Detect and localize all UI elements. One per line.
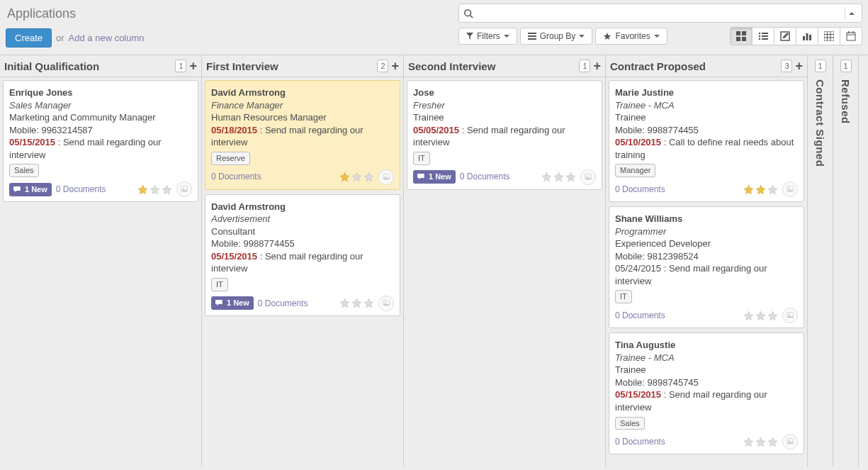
star-icon[interactable] [351, 298, 362, 308]
star-icon[interactable] [339, 298, 350, 308]
star-icon[interactable] [541, 172, 552, 182]
kanban-card[interactable]: Shane WilliamsProgrammerExperienced Deve… [609, 206, 804, 328]
card-activity: 05/15/2015 : Send mail regarding our int… [615, 388, 798, 413]
column-add[interactable]: + [795, 61, 803, 71]
column-header[interactable]: Second Interview1+ [404, 55, 605, 77]
column-header[interactable]: Contract Proposed3+ [606, 55, 807, 77]
kanban-card[interactable]: Marie JustineTrainee - MCATraineeMobile:… [609, 80, 804, 202]
card-mobile: Mobile: 9963214587 [9, 124, 192, 137]
create-button[interactable]: Create [6, 28, 52, 47]
star-icon[interactable] [767, 437, 778, 447]
star-icon[interactable] [351, 172, 362, 182]
new-badge[interactable]: 1 New [413, 170, 456, 184]
card-name: Jose [413, 86, 596, 99]
svg-point-11 [759, 35, 761, 38]
avatar-placeholder [176, 181, 192, 197]
documents-link[interactable]: 0 Documents [615, 310, 665, 321]
star-icon[interactable] [743, 437, 754, 447]
kanban-board: Initial Qualification1+Enrique JonesSale… [0, 55, 868, 466]
star-icon[interactable] [767, 310, 778, 321]
new-badge[interactable]: 1 New [211, 296, 254, 310]
documents-link[interactable]: 0 Documents [211, 171, 261, 182]
search-expand[interactable] [845, 7, 857, 20]
star-icon[interactable] [363, 172, 374, 182]
star-icon[interactable] [339, 172, 350, 182]
documents-link[interactable]: 0 Documents [615, 436, 665, 447]
svg-point-39 [789, 314, 790, 315]
pivot-view[interactable] [818, 28, 840, 45]
column-title: First Interview [206, 60, 377, 72]
kanban-card[interactable]: Enrique JonesSales ManagerMarketing and … [3, 80, 198, 202]
column-add[interactable]: + [189, 61, 197, 71]
card-tag: Sales [9, 164, 39, 177]
star-icon[interactable] [743, 184, 754, 195]
star-icon[interactable] [755, 184, 766, 195]
star-icon[interactable] [162, 184, 172, 195]
card-subtitle: Sales Manager [9, 99, 192, 112]
add-column-link[interactable]: Add a new column [69, 33, 145, 43]
column-title: Initial Qualification [4, 60, 175, 72]
card-date: 05/10/2015 [615, 137, 661, 147]
star-icon[interactable] [363, 298, 374, 308]
avatar-placeholder [782, 434, 798, 449]
card-mobile: Mobile: 9812398524 [615, 250, 798, 263]
filters-button[interactable]: Filters [458, 28, 517, 45]
kanban-card[interactable]: David ArmstrongAdvertisementConsultantMo… [205, 194, 400, 316]
card-name: David Armstrong [211, 86, 394, 99]
favorites-button[interactable]: Favorites [595, 28, 667, 45]
column-add[interactable]: + [593, 61, 601, 71]
chat-icon [417, 173, 426, 181]
kanban-card[interactable]: JoseFresherTrainee05/05/2015 : Send mail… [407, 80, 602, 190]
star-icon[interactable] [767, 184, 778, 195]
card-role: Experienced Developer [615, 237, 798, 250]
svg-rect-24 [847, 33, 855, 40]
star-icon[interactable] [743, 310, 754, 321]
svg-rect-16 [803, 36, 805, 40]
list-view[interactable] [753, 28, 774, 45]
documents-link[interactable]: 0 Documents [258, 298, 308, 309]
form-view[interactable] [774, 28, 796, 45]
search-box[interactable] [458, 4, 862, 23]
card-footer: 1 New0 Documents [413, 169, 596, 185]
calendar-view[interactable] [840, 28, 862, 45]
svg-point-35 [587, 175, 588, 177]
kanban-card[interactable]: Tina AugustieTrainee - MCATraineeMobile:… [609, 332, 804, 454]
column-count: 3 [781, 60, 792, 72]
documents-link[interactable]: 0 Documents [56, 184, 106, 195]
card-mobile: Mobile: 9988774455 [211, 237, 394, 250]
column-body: Marie JustineTrainee - MCATraineeMobile:… [606, 77, 807, 466]
star-icon[interactable] [553, 172, 564, 182]
avatar-placeholder [782, 181, 798, 197]
groupby-button[interactable]: Group By [520, 28, 593, 45]
star-icon[interactable] [150, 184, 160, 195]
card-subtitle: Trainee - MCA [615, 352, 798, 364]
star-icon[interactable] [565, 172, 576, 182]
kanban-column-folded[interactable]: 1Contract Signed [808, 55, 833, 466]
column-title: Second Interview [408, 60, 579, 72]
avatar-placeholder [378, 169, 394, 185]
create-row: Create or Add a new column [6, 28, 458, 47]
column-header[interactable]: Initial Qualification1+ [0, 55, 201, 77]
documents-link[interactable]: 0 Documents [460, 171, 510, 182]
favorites-label: Favorites [615, 31, 650, 41]
documents-link[interactable]: 0 Documents [615, 184, 665, 195]
svg-rect-19 [824, 31, 834, 41]
card-role: Marketing and Community Manager [9, 111, 192, 124]
search-input[interactable] [473, 6, 845, 20]
search-icon [463, 9, 473, 18]
star-icon[interactable] [755, 310, 766, 321]
kanban-column-folded[interactable]: 1Refused [833, 55, 859, 466]
kanban-card[interactable]: David ArmstrongFinance ManagerHuman Reso… [205, 80, 400, 190]
column-header[interactable]: First Interview2+ [202, 55, 403, 77]
column-add[interactable]: + [391, 61, 399, 71]
kanban-view[interactable] [731, 28, 753, 45]
graph-view[interactable] [796, 28, 818, 45]
star-icon[interactable] [755, 437, 766, 447]
star-icon[interactable] [137, 184, 148, 195]
new-badge[interactable]: 1 New [9, 183, 52, 196]
card-subtitle: Trainee - MCA [615, 99, 798, 112]
card-stars [137, 181, 192, 197]
card-role: Consultant [211, 225, 394, 238]
svg-point-9 [759, 33, 761, 35]
card-subtitle: Advertisement [211, 213, 394, 225]
